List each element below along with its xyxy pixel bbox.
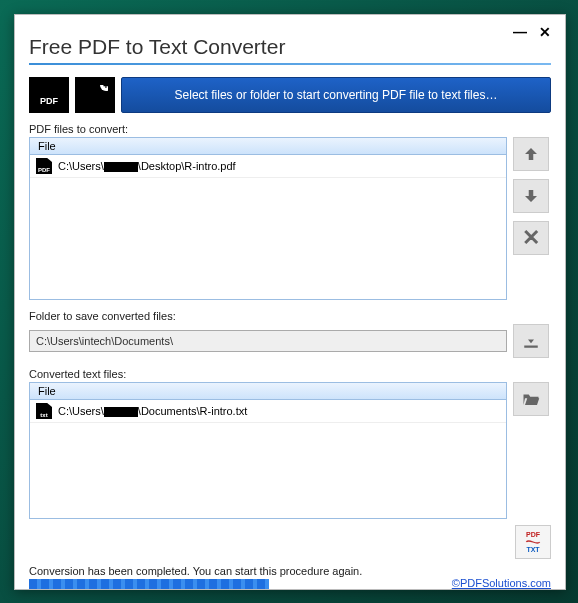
x-icon: ✕ [522, 225, 540, 251]
file-path: C:\Users\\Documents\R-intro.txt [58, 405, 247, 417]
converted-list-body: txt C:\Users\\Documents\R-intro.txt [30, 400, 506, 518]
path-prefix: C:\Users\ [58, 160, 104, 172]
converted-list-label: Converted text files: [29, 368, 551, 380]
title-bar: Free PDF to Text Converter — ✕ [29, 25, 551, 63]
pdf-list-column-header[interactable]: File [30, 138, 506, 155]
txt-label-icon: TXT [526, 546, 539, 553]
browse-output-folder-button[interactable] [513, 324, 549, 358]
progress-bar [29, 579, 269, 589]
add-pdf-file-button[interactable]: PDF [29, 77, 69, 113]
path-prefix: C:\Users\ [58, 405, 104, 417]
file-path: C:\Users\\Desktop\R-intro.pdf [58, 160, 236, 172]
pdf-label-icon: PDF [526, 531, 540, 538]
top-toolbar: PDF + Select files or folder to start co… [29, 77, 551, 113]
move-up-button[interactable] [513, 137, 549, 171]
folder-download-icon [522, 332, 540, 350]
minimize-button[interactable]: — [513, 25, 527, 39]
converted-files-list[interactable]: File txt C:\Users\\Documents\R-intro.txt [29, 382, 507, 519]
convert-arrow-icon [525, 538, 541, 546]
move-down-button[interactable] [513, 179, 549, 213]
status-bar: Conversion has been completed. You can s… [29, 565, 551, 589]
pdf-files-list[interactable]: File PDF C:\Users\\Desktop\R-intro.pdf [29, 137, 507, 300]
folder-open-icon [522, 390, 540, 408]
pdf-list-body: PDF C:\Users\\Desktop\R-intro.pdf [30, 155, 506, 299]
arrow-up-icon [522, 145, 540, 163]
arrow-down-icon [522, 187, 540, 205]
pdf-list-side-buttons: ✕ [513, 137, 549, 255]
remove-item-button[interactable]: ✕ [513, 221, 549, 255]
txt-file-icon: txt [36, 403, 52, 419]
redacted-segment [104, 162, 138, 172]
app-window: Free PDF to Text Converter — ✕ PDF + Sel… [14, 14, 566, 590]
convert-button[interactable]: PDF TXT [515, 525, 551, 559]
output-folder-field[interactable] [29, 330, 507, 352]
list-item[interactable]: PDF C:\Users\\Desktop\R-intro.pdf [30, 155, 506, 178]
progress-fill [29, 579, 269, 589]
redacted-segment [104, 407, 138, 417]
vendor-link[interactable]: ©PDFSolutions.com [452, 577, 551, 589]
list-item[interactable]: txt C:\Users\\Documents\R-intro.txt [30, 400, 506, 423]
select-files-banner-button[interactable]: Select files or folder to start converti… [121, 77, 551, 113]
header-divider [29, 63, 551, 65]
path-suffix: \Desktop\R-intro.pdf [138, 160, 236, 172]
pdf-list-label: PDF files to convert: [29, 123, 551, 135]
pdf-file-icon: PDF [37, 82, 61, 108]
converted-list-column-header[interactable]: File [30, 383, 506, 400]
folder-add-icon: + [82, 85, 108, 105]
output-folder-label: Folder to save converted files: [29, 310, 551, 322]
add-folder-button[interactable]: + [75, 77, 115, 113]
close-button[interactable]: ✕ [539, 25, 551, 39]
converted-list-side-buttons [513, 382, 549, 416]
window-controls: — ✕ [513, 25, 551, 39]
open-folder-button[interactable] [513, 382, 549, 416]
window-title: Free PDF to Text Converter [29, 35, 285, 59]
pdf-file-icon: PDF [36, 158, 52, 174]
path-suffix: \Documents\R-intro.txt [138, 405, 247, 417]
status-message: Conversion has been completed. You can s… [29, 565, 362, 577]
